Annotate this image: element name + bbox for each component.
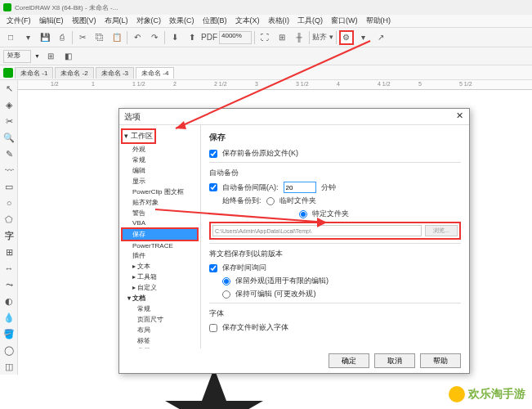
open-icon[interactable]: ▾ bbox=[20, 30, 35, 45]
redo-icon[interactable]: ↷ bbox=[147, 30, 162, 45]
copy-icon[interactable]: ⿻ bbox=[92, 30, 107, 45]
transparency-tool-icon[interactable]: ◫ bbox=[0, 358, 18, 375]
keep-editable-radio[interactable] bbox=[222, 290, 230, 299]
snap-dropdown[interactable]: 贴齐 ▾ bbox=[312, 30, 333, 45]
dropdown-icon[interactable]: ▾ bbox=[356, 30, 371, 45]
cut-icon[interactable]: ✂ bbox=[75, 30, 90, 45]
backup-before-checkbox[interactable] bbox=[209, 150, 217, 158]
tree-item[interactable]: ▸ 文本 bbox=[121, 261, 199, 272]
help-button[interactable]: 帮助 bbox=[420, 353, 461, 368]
tree-item[interactable]: PowerTRACE bbox=[121, 241, 199, 250]
options-panel: 保存 保存前备份原始文件(K) 自动备份 自动备份间隔(A): 分钟 始终备份到… bbox=[201, 125, 469, 348]
doc-tab[interactable]: 未命名 -3 bbox=[96, 67, 134, 79]
fullscreen-icon[interactable]: ⛶ bbox=[257, 30, 272, 45]
temp-folder-radio[interactable] bbox=[266, 197, 275, 205]
ellipse-tool-icon[interactable]: ○ bbox=[0, 195, 18, 211]
dropdown-arrow-icon[interactable]: ▼ bbox=[34, 53, 40, 59]
tree-item[interactable]: 背景 bbox=[121, 346, 199, 348]
pick-tool-icon[interactable]: ↖ bbox=[0, 80, 18, 97]
keep-appearance-radio[interactable] bbox=[222, 277, 230, 285]
menu-object[interactable]: 对象(C) bbox=[133, 15, 165, 27]
doc-tab[interactable]: 未命名 -1 bbox=[15, 67, 53, 79]
tree-item[interactable]: 常规 bbox=[121, 303, 199, 314]
options-gear-icon[interactable]: ⚙ bbox=[339, 30, 354, 45]
doc-tab-active[interactable]: 未命名 -4 bbox=[136, 67, 174, 79]
menu-window[interactable]: 窗口(W) bbox=[328, 15, 361, 27]
save-icon[interactable]: 💾 bbox=[38, 30, 52, 45]
interval-input[interactable] bbox=[284, 182, 316, 193]
tree-item[interactable]: ▸ 自定义 bbox=[121, 282, 199, 293]
zoom-tool-icon[interactable]: 🔍 bbox=[0, 129, 18, 146]
tree-item[interactable]: 常规 bbox=[121, 155, 199, 165]
tree-item[interactable]: ▸ 工具箱 bbox=[121, 272, 199, 282]
menu-effects[interactable]: 效果(C) bbox=[166, 15, 198, 27]
outline-tool-icon[interactable]: ◯ bbox=[0, 342, 18, 358]
prop-icon[interactable]: ◧ bbox=[61, 49, 76, 64]
artistic-tool-icon[interactable]: 〰 bbox=[0, 162, 18, 178]
prop-icon[interactable]: ⊞ bbox=[43, 49, 58, 64]
horizontal-ruler: 1/2 1 1 1/2 2 2 1/2 3 3 1/2 4 4 1/2 5 5 … bbox=[18, 80, 532, 90]
pdf-icon[interactable]: PDF bbox=[202, 30, 217, 45]
shape-selector[interactable]: 矩形 bbox=[3, 50, 31, 63]
tree-item[interactable]: PowerClip 图文框 bbox=[121, 187, 199, 197]
auto-backup-checkbox[interactable] bbox=[209, 183, 217, 191]
text-tool-icon[interactable]: 字 bbox=[0, 227, 18, 244]
tree-item[interactable]: VBA bbox=[121, 218, 199, 227]
import-icon[interactable]: ⬇ bbox=[168, 30, 182, 45]
backup-path-input[interactable] bbox=[212, 225, 422, 236]
options-tree[interactable]: ▾ 工作区 外观 常规 编辑 显示 PowerClip 图文框 贴齐对象 警告 … bbox=[119, 125, 201, 348]
connector-tool-icon[interactable]: ⤳ bbox=[0, 276, 18, 293]
keep-time-checkbox[interactable] bbox=[209, 264, 217, 272]
print-icon[interactable]: ⎙ bbox=[55, 30, 69, 45]
welcome-tab-icon[interactable] bbox=[3, 68, 13, 78]
tree-item[interactable]: 贴齐对象 bbox=[121, 197, 199, 208]
ok-button[interactable]: 确定 bbox=[329, 353, 369, 368]
tree-item[interactable]: 显示 bbox=[121, 176, 199, 187]
menu-view[interactable]: 视图(V) bbox=[69, 15, 100, 27]
close-icon[interactable]: ✕ bbox=[453, 110, 466, 124]
crop-tool-icon[interactable]: ✂ bbox=[0, 113, 18, 129]
tree-item[interactable]: 布局 bbox=[121, 325, 199, 335]
menu-help[interactable]: 帮助(H) bbox=[363, 15, 395, 27]
menu-tools[interactable]: 工具(Q) bbox=[294, 15, 326, 27]
table-tool-icon[interactable]: ⊞ bbox=[0, 244, 18, 260]
polygon-tool-icon[interactable]: ⬠ bbox=[0, 211, 18, 227]
tree-item[interactable]: 编辑 bbox=[121, 165, 199, 176]
browse-button[interactable]: 浏览... bbox=[425, 225, 458, 236]
new-icon[interactable]: □ bbox=[3, 30, 18, 45]
tree-document-root[interactable]: ▾ 文档 bbox=[121, 293, 199, 303]
eyedropper-tool-icon[interactable]: 💧 bbox=[0, 309, 18, 326]
tree-item-save-selected[interactable]: 保存 bbox=[121, 227, 199, 241]
tree-item[interactable]: 插件 bbox=[121, 250, 199, 261]
watermark: 欢乐淘手游 bbox=[449, 386, 525, 402]
export-icon[interactable]: ⬆ bbox=[185, 30, 199, 45]
specific-folder-radio[interactable] bbox=[299, 210, 307, 218]
undo-icon[interactable]: ↶ bbox=[130, 30, 145, 45]
tree-item[interactable]: 页面尺寸 bbox=[121, 314, 199, 325]
grid-icon[interactable]: ⊞ bbox=[275, 30, 289, 45]
freehand-tool-icon[interactable]: ✎ bbox=[0, 146, 18, 162]
menu-layout[interactable]: 布局(L) bbox=[101, 15, 132, 27]
shape-tool-icon[interactable]: ◈ bbox=[0, 97, 18, 113]
tree-item[interactable]: 标签 bbox=[121, 335, 199, 346]
rectangle-tool-icon[interactable]: ▭ bbox=[0, 178, 18, 195]
doc-tab[interactable]: 未命名 -2 bbox=[55, 67, 93, 79]
launch-icon[interactable]: ↗ bbox=[373, 30, 388, 45]
menu-table[interactable]: 表格(I) bbox=[265, 15, 293, 27]
effects-tool-icon[interactable]: ◐ bbox=[0, 293, 18, 309]
menu-bitmap[interactable]: 位图(B) bbox=[199, 15, 230, 27]
titlebar: CorelDRAW X8 (64-Bit) - 未命名 -... bbox=[0, 0, 532, 15]
fill-tool-icon[interactable]: 🪣 bbox=[0, 326, 18, 342]
zoom-combo[interactable]: 4000% bbox=[219, 31, 252, 44]
tree-item[interactable]: 外观 bbox=[121, 144, 199, 155]
guides-icon[interactable]: ╫ bbox=[292, 30, 306, 45]
menu-edit[interactable]: 编辑(E) bbox=[36, 15, 67, 27]
paste-icon[interactable]: 📋 bbox=[110, 30, 124, 45]
dimension-tool-icon[interactable]: ↔ bbox=[0, 260, 18, 276]
tree-item[interactable]: 警告 bbox=[121, 208, 199, 218]
embed-fonts-checkbox[interactable] bbox=[209, 324, 217, 332]
menu-file[interactable]: 文件(F) bbox=[3, 15, 34, 27]
separator bbox=[254, 31, 255, 44]
menu-text[interactable]: 文本(X) bbox=[232, 15, 263, 27]
cancel-button[interactable]: 取消 bbox=[374, 353, 415, 368]
